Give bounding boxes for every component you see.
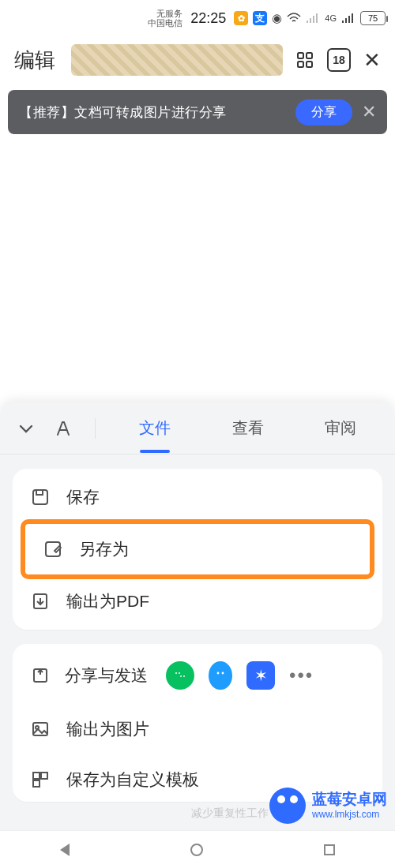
svg-rect-30 bbox=[33, 780, 40, 787]
banner-close-icon[interactable]: ✕ bbox=[362, 102, 376, 122]
save-icon bbox=[30, 488, 51, 507]
save-as-label: 另存为 bbox=[79, 538, 129, 560]
row-export-pdf[interactable]: 输出为PDF bbox=[13, 576, 382, 627]
tab-file[interactable]: 文件 bbox=[118, 417, 192, 439]
svg-rect-3 bbox=[316, 13, 318, 23]
file-actions-card: 保存 另存为 输出为PDF bbox=[13, 469, 382, 630]
edit-mode-label[interactable]: 编辑 bbox=[14, 47, 55, 74]
row-save-as[interactable]: 另存为 bbox=[25, 524, 370, 574]
watermark-name: 蓝莓安卓网 bbox=[312, 791, 387, 809]
save-as-icon bbox=[43, 540, 63, 559]
nav-back-icon[interactable] bbox=[60, 844, 70, 856]
footer-hint: 减少重复性工作 bbox=[191, 806, 269, 821]
svg-rect-13 bbox=[36, 490, 43, 495]
font-style-icon[interactable] bbox=[54, 419, 73, 438]
row-save[interactable]: 保存 bbox=[13, 472, 382, 522]
nav-recent-icon[interactable] bbox=[324, 844, 335, 855]
redacted-scribble bbox=[71, 44, 283, 76]
export-pdf-label: 输出为PDF bbox=[66, 590, 149, 612]
status-bar: 无服务 中国电信 22:25 ✿ 支 ◉ 4G 75 bbox=[0, 0, 395, 36]
banner-text: 【推荐】文档可转成图片进行分享 bbox=[19, 103, 286, 122]
svg-rect-29 bbox=[41, 773, 47, 779]
row-share-send[interactable]: 分享与发送 ✶ ••• bbox=[13, 647, 382, 704]
save-template-label: 保存为自定义模板 bbox=[66, 769, 199, 791]
svg-rect-26 bbox=[33, 723, 47, 735]
wechat-icon[interactable] bbox=[166, 661, 194, 690]
svg-point-23 bbox=[213, 666, 228, 685]
export-image-label: 输出为图片 bbox=[66, 718, 149, 740]
weibo-icon: ✿ bbox=[234, 11, 248, 25]
nav-home-icon[interactable] bbox=[190, 844, 203, 856]
svg-rect-1 bbox=[310, 18, 311, 23]
svg-rect-10 bbox=[298, 62, 303, 67]
pdf-icon bbox=[30, 592, 51, 611]
svg-point-20 bbox=[179, 672, 180, 674]
image-icon bbox=[30, 720, 51, 739]
panel-tabs: 文件 查看 审阅 bbox=[0, 402, 395, 455]
battery-level: 75 bbox=[368, 13, 378, 23]
status-time: 22:25 bbox=[190, 10, 226, 27]
row-export-image[interactable]: 输出为图片 bbox=[13, 704, 382, 754]
document-canvas[interactable] bbox=[0, 140, 395, 369]
qq-icon[interactable] bbox=[209, 661, 232, 690]
watermark: 蓝莓安卓网 www.lmkjst.com bbox=[269, 788, 387, 824]
signal-icon bbox=[306, 13, 320, 24]
apps-grid-icon[interactable] bbox=[295, 51, 314, 69]
svg-rect-11 bbox=[307, 62, 312, 67]
svg-rect-12 bbox=[33, 490, 47, 504]
battery-icon: 75 bbox=[360, 11, 386, 25]
svg-point-18 bbox=[179, 673, 186, 681]
svg-point-25 bbox=[222, 672, 224, 675]
more-icon[interactable]: ••• bbox=[289, 664, 314, 687]
recommend-banner: 【推荐】文档可转成图片进行分享 分享 ✕ bbox=[8, 90, 387, 134]
svg-point-22 bbox=[183, 675, 185, 677]
eye-icon: ◉ bbox=[272, 11, 282, 25]
tab-separator bbox=[95, 418, 96, 439]
banner-share-button[interactable]: 分享 bbox=[295, 99, 352, 125]
carrier-noservice: 无服务 bbox=[156, 9, 182, 18]
bottom-panel: 文件 查看 审阅 保存 另存为 输出为PDF bbox=[0, 402, 395, 868]
svg-rect-5 bbox=[345, 18, 347, 23]
watermark-url: www.lmkjst.com bbox=[312, 809, 387, 820]
svg-rect-28 bbox=[33, 773, 40, 779]
template-icon bbox=[30, 770, 51, 789]
carrier-stack: 无服务 中国电信 bbox=[148, 9, 182, 28]
close-icon[interactable]: ✕ bbox=[363, 48, 381, 73]
network-type: 4G bbox=[325, 13, 337, 23]
alipay-icon: 支 bbox=[253, 11, 267, 25]
svg-rect-6 bbox=[348, 16, 350, 23]
svg-point-21 bbox=[180, 675, 182, 677]
tab-view[interactable]: 查看 bbox=[211, 417, 285, 439]
svg-point-19 bbox=[175, 672, 177, 674]
tab-count-badge[interactable]: 18 bbox=[327, 48, 351, 72]
watermark-logo-icon bbox=[269, 788, 306, 824]
svg-rect-2 bbox=[313, 16, 314, 23]
signal2-icon bbox=[341, 13, 356, 24]
wifi-icon bbox=[287, 13, 301, 24]
carrier-name: 中国电信 bbox=[148, 18, 182, 28]
svg-rect-4 bbox=[342, 21, 344, 23]
system-nav-bar bbox=[0, 830, 395, 868]
share-icon bbox=[30, 666, 51, 685]
svg-point-24 bbox=[217, 672, 220, 675]
svg-rect-8 bbox=[298, 53, 303, 58]
app-bar: 编辑 18 ✕ bbox=[0, 36, 395, 84]
tab-review[interactable]: 审阅 bbox=[303, 417, 378, 439]
star-app-icon[interactable]: ✶ bbox=[246, 661, 275, 690]
collapse-chevron-icon[interactable] bbox=[17, 420, 35, 437]
svg-rect-7 bbox=[352, 13, 353, 23]
share-send-label: 分享与发送 bbox=[65, 664, 152, 686]
highlight-save-as: 另存为 bbox=[21, 519, 374, 579]
svg-rect-0 bbox=[307, 21, 308, 23]
share-card: 分享与发送 ✶ ••• 输出为图片 保存为自定义模板 bbox=[13, 644, 382, 802]
save-label: 保存 bbox=[66, 486, 100, 508]
svg-rect-9 bbox=[307, 53, 312, 58]
